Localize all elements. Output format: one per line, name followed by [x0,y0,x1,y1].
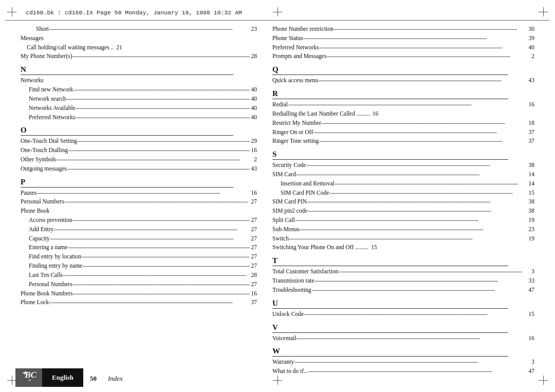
list-item: Voicemail 16 [272,334,534,343]
section-header-r: R [272,89,508,99]
list-item: Phone Lock 37 [21,298,257,307]
list-item: What to do if... 47 [272,367,534,376]
list-item: My Phone Number(s) 28 [21,52,257,61]
section-header-o: O [21,126,233,136]
left-column: Short 23 Messages Call holding/call wait… [21,25,267,362]
section-header-w: W [272,347,508,357]
main-content: Short 23 Messages Call holding/call wait… [5,21,550,366]
abc-logo: 𝀀BC 𝀀 [15,368,42,387]
page-number: 50 [90,375,97,383]
list-item: Personal Numbers 27 [21,197,257,207]
section-header-q: Q [272,65,508,75]
section-header-s: S [272,150,508,160]
english-label-text: English [52,374,73,382]
list-item: Short 23 [21,25,257,34]
crosshair-bottom-center [273,376,282,385]
right-column: Phone Number restriction 30 Phone Status… [267,25,534,362]
list-item: Preferred Networks 40 [21,113,257,122]
section-header-u: U [272,299,508,309]
header-text: cd160.bk : cd160.IX Page 50 Monday, Janu… [26,9,242,16]
list-item: Troubleshooting 47 [272,286,534,295]
list-item: Quick access menu 43 [272,76,534,85]
list-item: Switching Your Phone On and Off ........… [272,243,534,252]
list-item: Ringer Tone setting 37 [272,137,534,146]
section-header-n: N [21,65,233,75]
abc-logo-sub: 𝀀 [28,378,30,385]
english-label-box: English [42,368,83,387]
list-item: Switch 19 [272,234,534,244]
list-item: Unlock Code 15 [272,310,534,319]
index-label: Index [108,375,123,383]
section-header-v: V [272,323,508,333]
page-header: cd160.bk : cd160.IX Page 50 Monday, Janu… [5,5,550,21]
section-header-t: T [272,256,508,266]
list-item: Outgoing messages 43 [21,164,257,174]
section-header-p: P [21,178,233,188]
list-item: Messages [21,34,257,43]
list-item: Prompts and Messages 2 [272,52,534,61]
list-item: Redial 16 [272,100,534,109]
crosshair-bottom-right [539,376,548,385]
